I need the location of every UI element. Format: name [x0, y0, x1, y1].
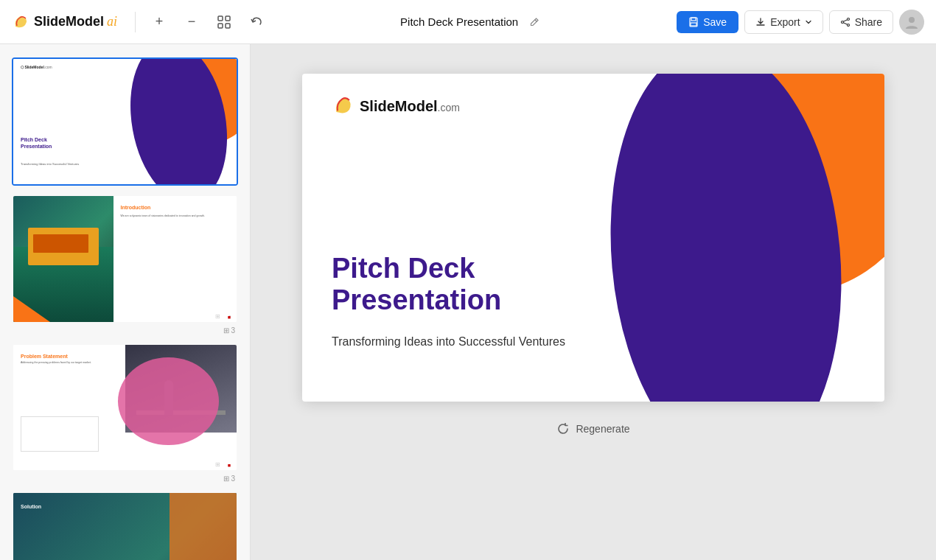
main-slide-logo-icon — [332, 94, 355, 118]
slide1-thumb-title: Pitch DeckPresentation — [21, 136, 52, 150]
slide2-meta: ⊞ 3 — [12, 323, 238, 335]
slide2-thumb-title: Introduction — [120, 205, 231, 210]
save-button[interactable]: Save — [677, 11, 738, 33]
slide2-orange-tri — [13, 296, 50, 322]
slide-thumb-inner-2: Introduction We are a dynamic team of vi… — [13, 196, 237, 321]
canvas-area: SlideModel.com Pitch Deck Presentation T… — [251, 44, 936, 560]
logo-text: SlideModel — [34, 14, 104, 29]
svg-rect-6 — [691, 18, 696, 21]
logo-icon — [12, 13, 29, 31]
svg-rect-1 — [226, 16, 230, 21]
header: SlideModel ai + − Pitch Deck Presentatio… — [0, 0, 936, 44]
regenerate-button[interactable]: Regenerate — [545, 416, 641, 441]
export-chevron-icon — [805, 18, 812, 26]
slide2-grid-meta: ⊞ 3 — [223, 326, 235, 335]
slide-thumb-border-2: Introduction We are a dynamic team of vi… — [12, 195, 238, 323]
slide-thumb-border-1: ⬡ SlideModel.com Pitch DeckPresentation … — [12, 57, 238, 186]
main-slide-preview[interactable]: SlideModel.com Pitch Deck Presentation T… — [302, 74, 884, 402]
slide3-white-box — [21, 416, 99, 452]
slide2-red-dot: ■ — [228, 315, 231, 320]
slide3-red-dot: ■ — [228, 463, 231, 468]
slide-thumb-content-2: Introduction We are a dynamic team of vi… — [13, 196, 237, 321]
slide3-pink-circle — [118, 357, 218, 445]
slide4-orange-overlay — [170, 493, 237, 560]
slide-thumb-inner-4: Solution Proposing the Game Changer — [13, 493, 237, 560]
svg-rect-7 — [691, 23, 696, 26]
logo-ai-text: ai — [107, 14, 117, 29]
share-button[interactable]: Share — [829, 10, 893, 34]
slide-thumb-border-4: Solution Proposing the Game Changer — [12, 491, 238, 560]
main-slide-logo: SlideModel.com — [332, 94, 460, 118]
svg-rect-2 — [218, 24, 223, 28]
svg-line-12 — [843, 22, 847, 24]
slide3-meta: ⊞ 3 — [12, 472, 238, 483]
svg-point-8 — [847, 18, 849, 20]
slide1-logo: ⬡ SlideModel.com — [21, 65, 52, 69]
svg-line-11 — [843, 19, 847, 21]
slide-thumb-content-4: Solution Proposing the Game Changer — [13, 493, 237, 560]
svg-rect-0 — [218, 16, 223, 21]
grid-view-button[interactable] — [212, 10, 236, 34]
header-title-area: Pitch Deck Presentation — [277, 12, 668, 32]
logo: SlideModel ai — [12, 13, 117, 31]
main-layout: ⬡ SlideModel.com Pitch DeckPresentation … — [0, 44, 936, 560]
main-slide-title-line2: Presentation — [332, 284, 501, 315]
add-button[interactable]: + — [147, 10, 171, 34]
undo-button[interactable] — [245, 10, 268, 34]
slide-thumb-2[interactable]: Introduction We are a dynamic team of vi… — [0, 190, 250, 338]
slide-thumb-inner-1: ⬡ SlideModel.com Pitch DeckPresentation … — [13, 59, 237, 184]
slide1-thumb-subtitle: Transforming Ideas into Successful Ventu… — [21, 162, 79, 166]
presentation-title: Pitch Deck Presentation — [400, 15, 518, 28]
main-slide-logo-text: SlideModel.com — [360, 98, 460, 115]
slide3-background: Problem Statement Addressing the pressin… — [13, 345, 237, 470]
slide4-thumb-title: Solution — [21, 504, 41, 509]
svg-point-13 — [909, 17, 915, 23]
slide-thumb-inner-3: Problem Statement Addressing the pressin… — [13, 345, 237, 470]
main-slide-subtitle: Transforming Ideas into Successful Ventu… — [332, 335, 565, 349]
slide4-background: Solution Proposing the Game Changer — [13, 493, 237, 560]
regenerate-icon — [556, 422, 570, 435]
slide3-thumb-title: Problem Statement — [21, 354, 68, 359]
main-slide-title: Pitch Deck Presentation — [332, 253, 501, 317]
save-label: Save — [703, 16, 727, 28]
svg-rect-3 — [226, 24, 230, 28]
header-divider-1 — [135, 12, 136, 32]
slide2-background: Introduction We are a dynamic team of vi… — [13, 196, 237, 321]
slide3-grid-meta: ⊞ 3 — [223, 475, 235, 483]
svg-line-4 — [535, 19, 537, 21]
regenerate-label: Regenerate — [576, 423, 629, 435]
slide2-thumb-text: We are a dynamic team of visionaries ded… — [120, 214, 231, 218]
export-label: Export — [770, 16, 800, 28]
slide-thumb-content-1: ⬡ SlideModel.com Pitch DeckPresentation … — [13, 59, 237, 184]
slide-panel: ⬡ SlideModel.com Pitch DeckPresentation … — [0, 44, 251, 560]
slide-thumb-4[interactable]: Solution Proposing the Game Changer — [0, 487, 250, 560]
svg-point-10 — [841, 21, 843, 23]
header-actions: Save Export Share — [677, 10, 924, 35]
slide-thumb-3[interactable]: Problem Statement Addressing the pressin… — [0, 339, 250, 487]
slide-thumb-1[interactable]: ⬡ SlideModel.com Pitch DeckPresentation … — [0, 53, 250, 190]
slide3-grid-icon: ⊞ — [215, 461, 220, 468]
slide-thumb-content-3: Problem Statement Addressing the pressin… — [13, 345, 237, 470]
edit-title-button[interactable] — [524, 12, 545, 32]
slide3-thumb-text: Addressing the pressing problems faced b… — [21, 361, 91, 364]
user-avatar-button[interactable] — [899, 10, 924, 35]
slide-thumb-border-3: Problem Statement Addressing the pressin… — [12, 343, 238, 472]
export-button[interactable]: Export — [744, 10, 823, 34]
main-slide-title-line1: Pitch Deck — [332, 253, 475, 284]
slide1-background: ⬡ SlideModel.com Pitch DeckPresentation … — [13, 59, 237, 184]
minus-button[interactable]: − — [180, 10, 203, 34]
share-label: Share — [855, 16, 882, 28]
svg-point-9 — [847, 24, 849, 26]
slide2-grid-icon: ⊞ — [215, 313, 220, 320]
